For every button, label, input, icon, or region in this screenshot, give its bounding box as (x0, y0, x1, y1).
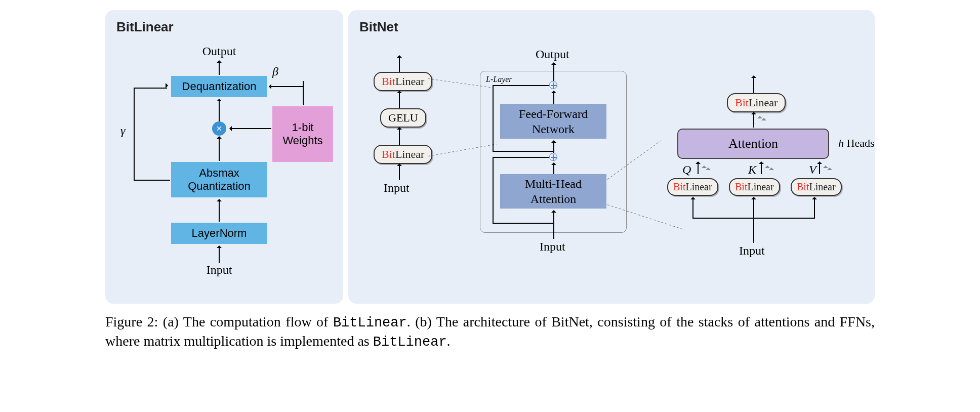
dequant-block: Dequantization (171, 76, 267, 97)
arrow-up-icon (219, 137, 220, 161)
arrow-up-icon (399, 56, 400, 72)
attn-input-label: Input (739, 244, 765, 258)
arrow-left-icon (269, 86, 303, 87)
arrow-up-icon (219, 61, 220, 75)
arrow-up-icon (399, 128, 400, 145)
k-label: K (748, 163, 756, 177)
arrow-up-icon (553, 141, 554, 153)
figure: BitLinear Output Dequantization Absmax Q… (105, 10, 875, 351)
output-label: Output (189, 45, 250, 58)
panel-a-title: BitLinear (116, 19, 174, 35)
v-bitlinear: BitLinear (791, 178, 842, 196)
arrow-up-icon (219, 246, 220, 263)
input-label: Input (199, 263, 239, 277)
gamma-label: γ (120, 124, 125, 138)
ffn-top-bitlinear: BitLinear (374, 72, 432, 91)
layer-output-label: Output (536, 48, 569, 61)
panels-row: BitLinear Output Dequantization Absmax Q… (105, 10, 875, 304)
ffn-block: Feed-Forward Network (500, 104, 606, 139)
gelu-pill: GELU (380, 108, 426, 128)
l-layer-tag: L-Layer (486, 75, 512, 84)
arrow-up-icon (553, 211, 554, 239)
arrow-up-icon (219, 99, 220, 122)
arrow-up-icon (753, 112, 754, 128)
arrow-left-icon (230, 128, 271, 129)
panel-bitnet: BitNet BitLinear GELU BitLinear Input L-… (348, 10, 875, 304)
layernorm-block: LayerNorm (171, 223, 267, 244)
arrow-up-icon (753, 76, 754, 93)
heads-label: h Heads (838, 137, 874, 150)
attn-top-bitlinear: BitLinear (727, 93, 786, 112)
mha-block: Multi-Head Attention (500, 174, 606, 209)
arrow-up-icon (553, 63, 554, 81)
panel-b-title: BitNet (359, 19, 398, 35)
arrow-up-icon (553, 91, 554, 104)
attention-block: Attention (677, 129, 829, 159)
figure-caption: Figure 2: (a) The computation flow of Bi… (105, 313, 875, 351)
weights-block: 1-bit Weights (272, 106, 333, 162)
arrow-up-icon (399, 91, 400, 108)
beta-label: β (272, 65, 278, 78)
ffn-input-label: Input (384, 181, 410, 195)
k-bitlinear: BitLinear (729, 178, 780, 196)
v-label: V (809, 163, 816, 177)
panel-bitlinear: BitLinear Output Dequantization Absmax Q… (105, 10, 343, 304)
absmax-block: Absmax Quantization (171, 162, 267, 197)
arrow-up-icon (553, 163, 554, 174)
layer-input-label: Input (540, 240, 565, 254)
q-label: Q (682, 163, 691, 177)
arrow-up-icon (399, 164, 400, 180)
ffn-bottom-bitlinear: BitLinear (374, 145, 432, 164)
arrow-up-icon (219, 199, 220, 222)
q-bitlinear: BitLinear (667, 178, 718, 196)
